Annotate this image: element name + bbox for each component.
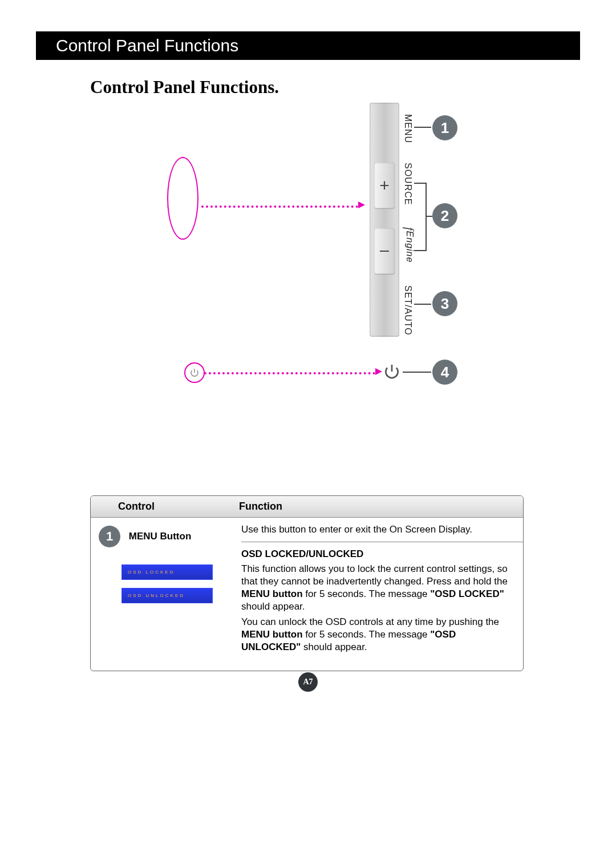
t: should appear. xyxy=(241,601,305,612)
power-icon xyxy=(381,361,403,382)
osd-unlocked-chip: OSD UNLOCKED xyxy=(121,588,213,603)
panel-label-engine: fEngine xyxy=(403,227,416,263)
minus-icon xyxy=(378,244,391,258)
section-header-title: Control Panel Functions xyxy=(56,36,238,55)
panel-strip: + xyxy=(370,103,399,337)
row-number-1: 1 xyxy=(99,526,120,547)
leader-dots-1 xyxy=(201,205,358,208)
minus-button[interactable] xyxy=(374,228,395,274)
osd-heading: OSD LOCKED/UNLOCKED xyxy=(241,548,515,560)
osd-locked-chip: OSD LOCKED xyxy=(121,564,213,580)
osd-status-graphics: OSD LOCKED OSD UNLOCKED xyxy=(121,564,213,603)
t: for 5 seconds. The message xyxy=(303,588,431,599)
callout-line xyxy=(414,304,431,305)
callout-number-1: 1 xyxy=(432,115,457,140)
svg-rect-0 xyxy=(380,251,389,252)
table-row: 1 MENU Button OSD LOCKED OSD UNLOCKED Us… xyxy=(91,518,523,671)
func-p2: This function allows you to lock the cur… xyxy=(241,563,515,613)
t-bold: MENU button xyxy=(241,629,303,640)
callout-number-4: 4 xyxy=(432,360,457,385)
section-header: Control Panel Functions xyxy=(36,31,580,60)
row-separator xyxy=(241,542,523,542)
panel-label-menu: MENU xyxy=(403,114,413,143)
t: for 5 seconds. The message xyxy=(303,629,431,640)
panel-label-source: SOURCE xyxy=(403,163,413,205)
func-p3: You can unlock the OSD controls at any t… xyxy=(241,616,515,654)
t-bold: MENU button xyxy=(241,588,303,599)
page-title: Control Panel Functions. xyxy=(90,77,279,98)
page: Control Panel Functions Control Panel Fu… xyxy=(0,0,616,843)
leader-dots-2 xyxy=(204,372,375,374)
callout-line xyxy=(403,372,431,373)
power-icon-small xyxy=(184,362,205,383)
page-number: A7 xyxy=(298,672,318,692)
callout-line xyxy=(425,183,427,251)
function-table: Control Function 1 MENU Button OSD LOCKE… xyxy=(90,495,524,671)
t-bold: "OSD LOCKED" xyxy=(430,588,504,599)
th-control: Control xyxy=(91,496,239,517)
callout-line xyxy=(414,250,425,251)
callout-line xyxy=(414,127,431,128)
leader-arrow-1 xyxy=(358,201,365,208)
plus-button[interactable]: + xyxy=(374,163,395,208)
callout-line xyxy=(425,216,432,217)
t: This function allows you to lock the cur… xyxy=(241,563,508,587)
highlight-ellipse xyxy=(167,157,198,240)
callout-number-2: 2 xyxy=(432,203,457,228)
table-header-row: Control Function xyxy=(91,496,523,518)
table-cell-control: 1 MENU Button OSD LOCKED OSD UNLOCKED xyxy=(99,523,241,656)
table-cell-function: Use this button to enter or exit the On … xyxy=(241,523,515,656)
panel-label-setauto: SET/AUTO xyxy=(403,285,413,336)
panel-label-engine-text: Engine xyxy=(405,231,415,263)
th-function: Function xyxy=(239,496,523,517)
t: should appear. xyxy=(301,642,367,652)
plus-glyph: + xyxy=(379,176,390,195)
func-p1: Use this button to enter or exit the On … xyxy=(241,523,515,536)
callout-line xyxy=(414,183,425,184)
t: You can unlock the OSD controls at any t… xyxy=(241,616,499,627)
callout-number-3: 3 xyxy=(432,291,457,316)
control-panel-diagram: + MENU SOURCE fEngine SET/AUTO 1 2 3 4 xyxy=(90,103,501,422)
row-label-menu: MENU Button xyxy=(129,531,192,542)
